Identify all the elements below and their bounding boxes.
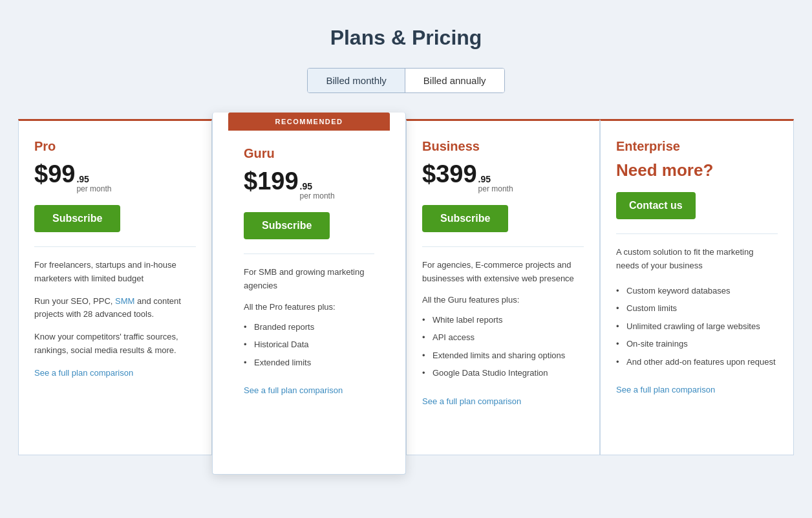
business-feature-2: API access — [422, 329, 584, 347]
business-subscribe-button[interactable]: Subscribe — [422, 205, 508, 232]
guru-divider — [244, 254, 374, 254]
enterprise-divider — [616, 233, 778, 234]
guru-feature-1: Branded reports — [244, 318, 374, 336]
business-price-period: per month — [478, 184, 513, 193]
enterprise-full-plan-link[interactable]: See a full plan comparison — [616, 385, 715, 394]
guru-price-main: $199 — [244, 167, 299, 195]
enterprise-plan-name: Enterprise — [616, 139, 778, 154]
business-features-list: White label reports API access Extended … — [422, 311, 584, 382]
pro-price-main: $99 — [34, 160, 75, 188]
business-price-main: $399 — [422, 160, 477, 188]
plan-card-guru: RECOMMENDED Guru $199 .95 per month Subs… — [212, 113, 406, 475]
guru-plan-price: $199 .95 per month — [244, 167, 374, 200]
enterprise-feature-2: Custom limits — [616, 299, 778, 318]
guru-full-plan-link[interactable]: See a full plan comparison — [244, 385, 343, 395]
enterprise-need-more: Need more? — [616, 160, 778, 180]
billed-monthly-btn[interactable]: Billed monthly — [308, 69, 405, 92]
billing-toggle: Billed monthly Billed annually — [13, 68, 799, 93]
guru-desc-intro: For SMB and growing marketing agencies — [244, 266, 374, 293]
business-feature-4: Google Data Studio Integration — [422, 364, 584, 382]
guru-features-intro: All the Pro features plus: — [244, 302, 374, 312]
pro-divider — [34, 246, 196, 247]
enterprise-feature-5: And other add-on features upon request — [616, 353, 778, 371]
recommended-badge: RECOMMENDED — [228, 113, 390, 131]
enterprise-feature-3: Unlimited crawling of large websites — [616, 318, 778, 336]
business-feature-3: Extended limits and sharing options — [422, 347, 584, 365]
plans-wrapper: Pro $99 .95 per month Subscribe For free… — [18, 119, 794, 475]
pro-desc-3: Know your competitors' traffic sources, … — [34, 330, 196, 358]
page-title: Plans & Pricing — [13, 26, 799, 50]
plan-card-enterprise: Enterprise Need more? Contact us A custo… — [600, 119, 794, 455]
guru-feature-2: Historical Data — [244, 336, 374, 354]
guru-price-cents: .95 — [300, 181, 335, 191]
guru-features-list: Branded reports Historical Data Extended… — [244, 318, 374, 372]
business-plan-price: $399 .95 per month — [422, 160, 584, 193]
guru-price-period: per month — [300, 191, 335, 200]
plan-card-pro: Pro $99 .95 per month Subscribe For free… — [18, 119, 212, 455]
pro-price-period: per month — [76, 184, 111, 193]
billing-toggle-container: Billed monthly Billed annually — [307, 68, 504, 93]
business-full-plan-link[interactable]: See a full plan comparison — [422, 396, 521, 406]
smm-link[interactable]: SMM — [115, 296, 134, 306]
business-feature-1: White label reports — [422, 311, 584, 329]
guru-subscribe-button[interactable]: Subscribe — [244, 212, 330, 239]
enterprise-feature-4: On-site trainings — [616, 335, 778, 353]
enterprise-features-list: Custom keyword databases Custom limits U… — [616, 282, 778, 371]
enterprise-contact-button[interactable]: Contact us — [616, 192, 696, 219]
pro-subscribe-button[interactable]: Subscribe — [34, 205, 120, 232]
plan-card-business: Business $399 .95 per month Subscribe Fo… — [406, 119, 600, 455]
pro-price-cents: .95 — [76, 174, 111, 184]
pro-plan-name: Pro — [34, 139, 196, 154]
pro-full-plan-link[interactable]: See a full plan comparison — [34, 368, 133, 378]
pro-desc-2: Run your SEO, PPC, SMM and content proje… — [34, 295, 196, 322]
business-plan-name: Business — [422, 139, 584, 154]
guru-inner: Guru $199 .95 per month Subscribe For SM… — [228, 131, 390, 415]
billed-annually-btn[interactable]: Billed annually — [405, 69, 504, 92]
business-features-intro: All the Guru features plus: — [422, 295, 584, 305]
business-desc-intro: For agencies, E-commerce projects and bu… — [422, 259, 584, 286]
enterprise-desc: A custom solution to fit the marketing n… — [616, 246, 778, 273]
enterprise-feature-1: Custom keyword databases — [616, 282, 778, 300]
business-divider — [422, 246, 584, 247]
guru-plan-name: Guru — [244, 146, 374, 161]
business-price-cents: .95 — [478, 174, 513, 184]
pro-plan-price: $99 .95 per month — [34, 160, 196, 193]
pro-desc-1: For freelancers, startups and in-house m… — [34, 259, 196, 286]
guru-feature-3: Extended limits — [244, 354, 374, 372]
